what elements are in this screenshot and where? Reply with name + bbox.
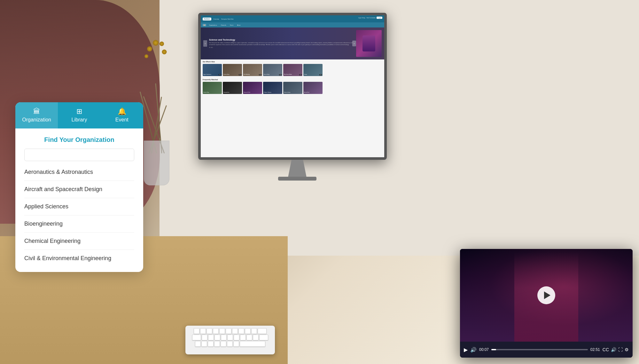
play-pause-button[interactable]: ▶ xyxy=(464,347,468,353)
key-enter xyxy=(259,335,268,340)
tab-organization-label: Organization xyxy=(22,117,51,123)
tab-event-label: Event xyxy=(115,117,129,123)
key-space xyxy=(240,341,265,347)
key-r xyxy=(213,328,219,334)
play-icon xyxy=(544,291,550,299)
hero-description: Dive deep into the realms of artificial … xyxy=(209,42,356,45)
control-icons: CC 🔊 ⛶ ⚙ xyxy=(603,347,629,352)
hero-text: Science and Technology Dive deep into th… xyxy=(209,39,356,48)
videotube-logo: Hudson xyxy=(203,18,211,20)
hero-prev-btn[interactable]: ‹ xyxy=(203,40,207,47)
key-t xyxy=(219,328,225,334)
key-l xyxy=(253,335,259,340)
org-item-applied-sciences[interactable]: Applied Sciences xyxy=(24,198,134,215)
monitor-screen: Hudson University Enterprise VideoTube L… xyxy=(198,13,387,160)
frequently-watched-section: Frequently Watched Hudson Orgs Nanoparti… xyxy=(201,77,384,95)
thumb-4-time: 1mo xyxy=(279,74,282,75)
thumb-3[interactable]: Role Modeling 1mo xyxy=(243,64,262,76)
thumb-1[interactable]: Higgs Calculations 1mo xyxy=(203,64,222,76)
key-a xyxy=(202,335,207,340)
settings-button[interactable]: ⚙ xyxy=(625,347,629,352)
key-n xyxy=(227,341,233,347)
nav-channels[interactable]: Channels xyxy=(220,24,227,26)
videotube-header: Hudson University Enterprise VideoTube L… xyxy=(201,15,384,22)
hero-title: Science and Technology xyxy=(209,39,356,41)
thumb-1-time: 1mo xyxy=(219,74,221,75)
freq-thumb-6[interactable]: Art and Soul xyxy=(303,82,323,94)
progress-bar[interactable] xyxy=(491,349,588,350)
org-item-bioengineering[interactable]: Bioengineering xyxy=(24,215,134,233)
thumb-5-time: 1mo xyxy=(299,74,302,75)
monitor-base xyxy=(278,177,316,181)
organization-panel: 🏛 Organization ⊞ Library 🔔 Event Find Yo… xyxy=(15,102,143,272)
org-search-input[interactable] xyxy=(24,149,134,161)
tab-organization[interactable]: 🏛 Organization xyxy=(15,102,58,128)
total-time: 02:51 xyxy=(590,347,600,352)
keyboard xyxy=(185,326,275,354)
org-panel-body: Find Your Organization Aeronautics & Ast… xyxy=(15,128,143,272)
freq-thumb-3[interactable]: Science & Tech xyxy=(243,82,262,94)
volume-icon[interactable]: 🔊 xyxy=(611,347,616,352)
key-w xyxy=(200,328,206,334)
fullscreen-button[interactable]: ⛶ xyxy=(618,347,623,352)
progress-fill xyxy=(491,349,496,350)
login-button[interactable]: Login xyxy=(377,17,382,19)
current-time: 00:07 xyxy=(479,347,489,352)
thumb-4[interactable]: How to Study 1mo xyxy=(263,64,282,76)
thumb-5[interactable]: Why Stories Matter 1mo xyxy=(283,64,302,76)
key-s xyxy=(208,335,214,340)
login-label: Login Using: xyxy=(358,17,365,19)
key-b xyxy=(221,341,226,347)
tab-library-label: Library xyxy=(72,117,87,123)
thumb-2[interactable]: Hudson News 1mo xyxy=(223,64,242,76)
freq-thumb-1[interactable]: Hudson Orgs xyxy=(203,82,222,94)
nav-about[interactable]: About xyxy=(236,24,241,26)
key-m xyxy=(233,341,239,347)
play-button[interactable] xyxy=(537,286,555,304)
key-q xyxy=(194,328,199,334)
key-tab xyxy=(192,335,201,340)
nav-home[interactable]: 🏠 xyxy=(203,24,206,26)
monitor: Hudson University Enterprise VideoTube L… xyxy=(198,13,396,179)
key-p xyxy=(251,328,257,334)
organization-icon: 🏛 xyxy=(33,108,40,115)
thumb-6-time: 1mo xyxy=(319,74,322,75)
tab-library[interactable]: ⊞ Library xyxy=(58,102,100,128)
key-g xyxy=(227,335,233,340)
key-e xyxy=(207,328,212,334)
key-j xyxy=(240,335,246,340)
whats-new-title: See What's New xyxy=(203,61,382,63)
nav-event[interactable]: Event xyxy=(229,24,234,26)
key-y xyxy=(226,328,231,334)
cc-button[interactable]: CC xyxy=(603,347,609,352)
login-bar: Login Using: Yale Credentials Login xyxy=(358,17,382,19)
key-i xyxy=(238,328,244,334)
org-item-civil[interactable]: Civil & Environmental Engineering xyxy=(24,250,134,267)
freq-thumb-5[interactable]: Hudson Library xyxy=(283,82,302,94)
volume-button[interactable]: 🔊 xyxy=(470,347,477,353)
frequently-watched-title: Frequently Watched xyxy=(203,79,382,81)
key-x xyxy=(201,341,207,347)
org-panel-tabs: 🏛 Organization ⊞ Library 🔔 Event xyxy=(15,102,143,128)
hero-views: 👁 255 xyxy=(209,47,356,48)
freq-thumb-2[interactable]: Nanoparticles xyxy=(223,82,242,94)
event-icon: 🔔 xyxy=(118,108,126,115)
org-item-chemical[interactable]: Chemical Engineering xyxy=(24,233,134,250)
credential-label: Yale Credentials xyxy=(366,17,376,19)
freq-thumb-4[interactable]: A Space Odyssey xyxy=(263,82,282,94)
org-item-aeronautics[interactable]: Aeronautics & Astronautics xyxy=(24,164,134,181)
find-org-title: Find Your Organization xyxy=(24,136,134,143)
hero-image xyxy=(356,30,382,57)
key-h xyxy=(234,335,239,340)
key-d xyxy=(214,335,220,340)
videotube-subtitle: Enterprise VideoTube xyxy=(221,18,233,20)
videotube-logo-sub: University xyxy=(214,18,219,20)
whats-new-section: See What's New Higgs Calculations 1mo Hu… xyxy=(201,59,384,77)
frequently-watched-thumbnails: Hudson Orgs Nanoparticles Science & Tech… xyxy=(203,82,382,94)
tab-event[interactable]: 🔔 Event xyxy=(101,102,143,128)
video-content xyxy=(460,249,633,342)
nav-organizations[interactable]: Organizations xyxy=(208,24,218,26)
hero-next-btn[interactable]: › xyxy=(352,41,356,46)
thumb-6[interactable]: Library 1mo xyxy=(303,64,323,76)
org-item-aircraft[interactable]: Aircraft and Spacecraft Design xyxy=(24,181,134,198)
